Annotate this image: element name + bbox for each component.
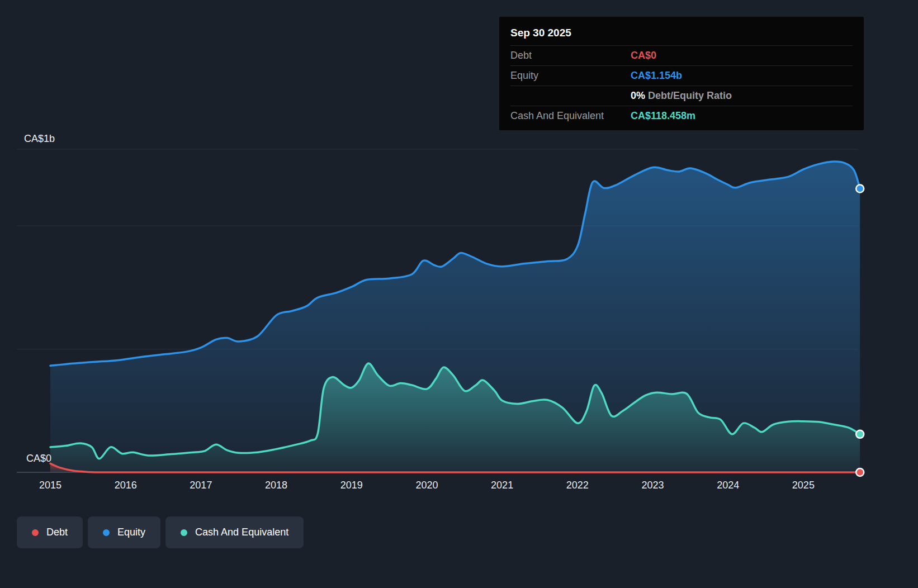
legend-item-equity[interactable]: Equity xyxy=(88,516,160,548)
cash-dot-icon xyxy=(181,529,187,536)
x-tick: 2022 xyxy=(555,480,600,491)
tooltip-debt-value: CA$0 xyxy=(631,50,656,61)
chart-plot[interactable] xyxy=(17,145,859,481)
legend-item-cash[interactable]: Cash And Equivalent xyxy=(165,516,304,548)
tooltip-row-equity: Equity CA$1.154b xyxy=(510,65,853,86)
legend-debt-label: Debt xyxy=(46,527,68,538)
debt-dot-icon xyxy=(32,529,39,536)
legend: Debt Equity Cash And Equivalent xyxy=(17,516,304,548)
equity-dot-icon xyxy=(103,529,110,536)
tooltip-row-ratio: 0% Debt/Equity Ratio xyxy=(510,86,853,106)
debt-end-marker xyxy=(856,468,864,476)
tooltip-cash-label: Cash And Equivalent xyxy=(510,110,631,122)
chart-page: Sep 30 2025 Debt CA$0 Equity CA$1.154b 0… xyxy=(0,0,918,588)
y-axis-label-1b: CA$1b xyxy=(24,133,55,145)
x-tick: 2015 xyxy=(28,480,73,491)
x-tick: 2018 xyxy=(254,480,299,491)
chart-svg xyxy=(17,145,859,481)
tooltip-equity-value: CA$1.154b xyxy=(631,70,682,82)
cash-and-equivalent-end-marker xyxy=(856,430,864,438)
legend-equity-label: Equity xyxy=(117,527,145,538)
x-tick: 2021 xyxy=(480,480,524,491)
x-tick: 2025 xyxy=(781,480,826,491)
x-tick: 2024 xyxy=(706,480,750,491)
x-tick: 2019 xyxy=(329,480,374,491)
x-tick: 2017 xyxy=(178,480,223,491)
tooltip-equity-label: Equity xyxy=(510,70,631,82)
date-tooltip: Sep 30 2025 Debt CA$0 Equity CA$1.154b 0… xyxy=(499,17,864,130)
tooltip-row-debt: Debt CA$0 xyxy=(510,45,853,65)
x-tick: 2016 xyxy=(103,480,148,491)
tooltip-row-cash: Cash And Equivalent CA$118.458m xyxy=(510,106,853,126)
tooltip-date: Sep 30 2025 xyxy=(510,22,853,45)
debt-equity-ratio-label: Debt/Equity Ratio xyxy=(648,90,732,101)
equity-end-marker xyxy=(856,185,864,193)
x-tick: 2020 xyxy=(404,480,449,491)
legend-cash-label: Cash And Equivalent xyxy=(195,527,288,538)
tooltip-cash-value: CA$118.458m xyxy=(631,110,695,122)
x-tick: 2023 xyxy=(631,480,675,491)
legend-item-debt[interactable]: Debt xyxy=(17,516,83,548)
x-axis-ticks: 2015 2016 2017 2018 2019 2020 2021 2022 … xyxy=(28,480,826,491)
tooltip-debt-label: Debt xyxy=(510,50,631,61)
debt-equity-ratio-value: 0% xyxy=(631,90,645,101)
